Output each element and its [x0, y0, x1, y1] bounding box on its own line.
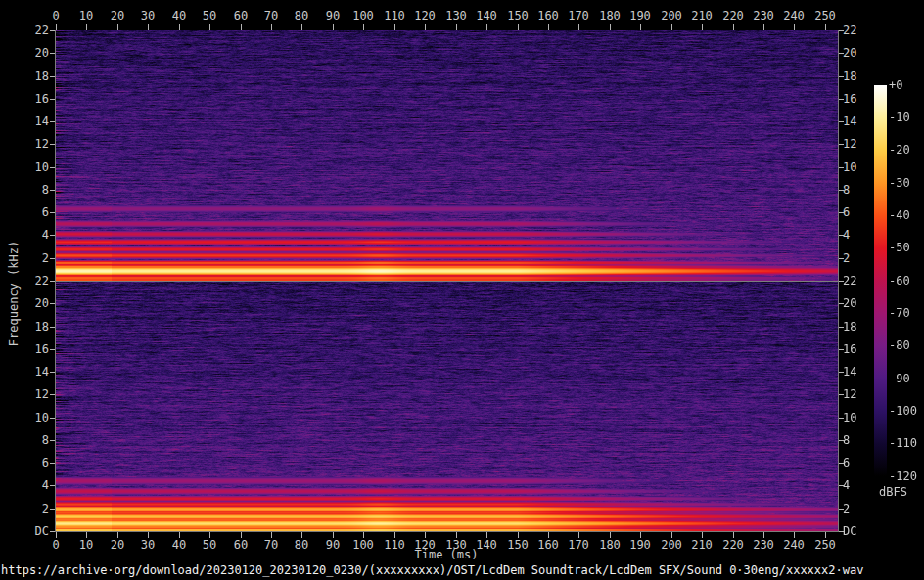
time-tick-top: [333, 24, 334, 30]
freq-tick-label-right: 18: [843, 70, 882, 83]
freq-tick-left: [50, 463, 55, 464]
freq-tick-label-left: 4: [0, 479, 49, 492]
freq-tick-label-right: 2: [843, 503, 882, 515]
freq-tick-label-left: 20: [0, 47, 49, 60]
time-tick-top: [763, 24, 764, 30]
time-tick-top: [117, 24, 118, 30]
time-tick-top: [640, 24, 641, 30]
freq-tick-label-left: 22: [0, 24, 49, 37]
colorbar-tick-label: -80: [889, 339, 910, 352]
time-tick-top: [363, 24, 364, 30]
time-tick-top: [179, 24, 180, 30]
freq-tick-left: [50, 485, 55, 486]
freq-tick-left: [50, 99, 55, 100]
freq-tick-label-left: 4: [0, 229, 49, 242]
freq-tick-left: [50, 327, 55, 328]
freq-tick-label-right: 4: [843, 479, 882, 492]
time-tick-top: [241, 24, 242, 30]
colorbar-tick-label: -60: [889, 275, 910, 288]
freq-tick-left: [50, 167, 55, 168]
time-tick-top: [733, 24, 734, 30]
time-tick-label-top: 250: [806, 10, 845, 22]
time-tick-top: [610, 24, 611, 30]
freq-tick-left: [50, 303, 55, 304]
freq-tick-left: [50, 190, 55, 191]
freq-tick-left: [50, 531, 55, 532]
freq-tick-left: [50, 76, 55, 77]
time-axis-label: Time (ms): [414, 549, 478, 561]
freq-tick-label-left: 10: [0, 412, 49, 424]
time-tick-top: [486, 24, 487, 30]
colorbar-tick-label: -40: [889, 209, 910, 222]
time-tick-label-bottom: 250: [806, 539, 845, 552]
file-url-text: https://archive·org/download/20230120_20…: [1, 563, 863, 577]
freq-tick-label-right: DC: [843, 525, 882, 538]
freq-tick-left: [50, 144, 55, 145]
freq-tick-left: [50, 235, 55, 236]
colorbar-tick-label: -120: [889, 470, 917, 483]
freq-tick-label-left: 14: [0, 115, 49, 128]
freq-tick-left: [50, 372, 55, 373]
freq-tick-label-left: 12: [0, 138, 49, 151]
freq-tick-label-left: 8: [0, 184, 49, 197]
freq-tick-label-left: 18: [0, 70, 49, 83]
colorbar-tick-label: -30: [889, 177, 910, 190]
time-tick-top: [578, 24, 579, 30]
time-tick-top: [271, 24, 272, 30]
colorbar-tick-label: -100: [889, 405, 917, 418]
freq-tick-label-left: 2: [0, 503, 49, 515]
time-tick-top: [56, 24, 57, 30]
freq-tick-left: [50, 440, 55, 441]
freq-tick-label-left: 10: [0, 161, 49, 174]
spectrogram-app: Frequency (kHz) 001010202030304040505060…: [0, 0, 924, 580]
time-tick-top: [148, 24, 149, 30]
freq-tick-label-left: 12: [0, 388, 49, 401]
freq-tick-left: [50, 121, 55, 122]
freq-tick-label-left: 18: [0, 321, 49, 334]
time-tick-top: [671, 24, 672, 30]
freq-tick-left: [50, 418, 55, 419]
freq-tick-label-left: 22: [0, 275, 49, 288]
time-tick-top: [425, 24, 426, 30]
time-tick-top: [702, 24, 703, 30]
freq-tick-label-left: DC: [0, 525, 49, 538]
time-tick-top: [86, 24, 87, 30]
freq-tick-label-left: 16: [0, 343, 49, 356]
time-tick-top: [209, 24, 210, 30]
time-tick-top: [548, 24, 549, 30]
time-tick-top: [518, 24, 519, 30]
colorbar-tick-label: -70: [889, 307, 910, 320]
time-tick-top: [794, 24, 795, 30]
time-tick-top: [394, 24, 395, 30]
colorbar-tick-label: -110: [889, 437, 917, 450]
colorbar-tick-label: -90: [889, 373, 910, 385]
time-tick-top: [456, 24, 457, 30]
freq-tick-left: [50, 212, 55, 213]
freq-tick-left: [50, 394, 55, 395]
freq-tick-left: [50, 30, 55, 31]
colorbar-tick-label: +0: [889, 79, 902, 92]
colorbar-gradient: [874, 85, 887, 476]
time-tick-top: [301, 24, 302, 30]
colorbar-title: dBFS: [879, 486, 907, 499]
freq-tick-left: [50, 349, 55, 350]
colorbar-tick-label: -50: [889, 242, 910, 254]
freq-tick-left: [50, 509, 55, 510]
freq-tick-label-left: 20: [0, 297, 49, 310]
colorbar-tick-label: -20: [889, 144, 910, 156]
freq-tick-label-right: 22: [843, 24, 882, 37]
freq-tick-left: [50, 258, 55, 259]
freq-tick-label-left: 8: [0, 434, 49, 447]
axis-frame-bottom: [55, 531, 839, 532]
axis-frame-middle: [55, 281, 839, 282]
freq-tick-label-right: 20: [843, 47, 882, 60]
freq-tick-label-left: 2: [0, 252, 49, 265]
freq-tick-label-left: 16: [0, 93, 49, 106]
freq-tick-left: [50, 53, 55, 54]
freq-tick-label-left: 6: [0, 457, 49, 469]
freq-tick-left: [50, 281, 55, 282]
time-tick-top: [825, 24, 826, 30]
freq-tick-label-left: 14: [0, 366, 49, 379]
colorbar-tick-label: -10: [889, 112, 910, 124]
freq-tick-label-left: 6: [0, 206, 49, 219]
